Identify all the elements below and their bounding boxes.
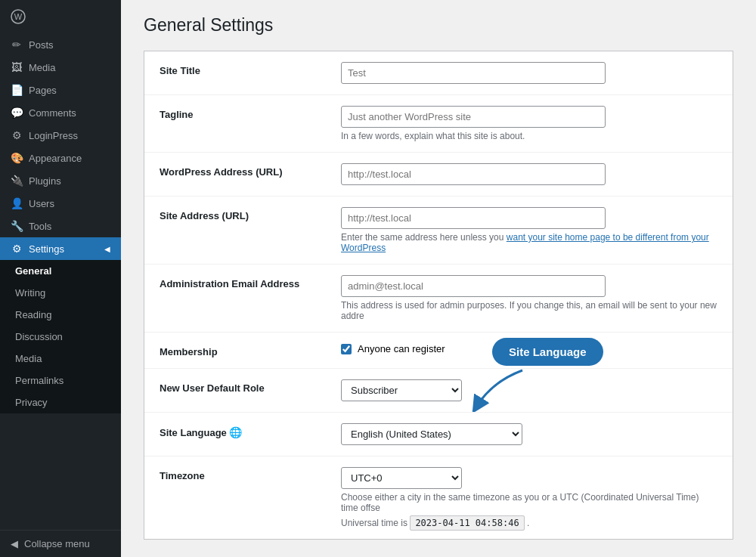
- pages-icon: 📄: [11, 84, 23, 96]
- page-title: General Settings: [144, 15, 733, 36]
- membership-label: Membership: [160, 343, 326, 357]
- submenu-item-general[interactable]: General: [0, 260, 121, 282]
- new-user-role-row: New User Default Role Subscriber Contrib…: [144, 369, 733, 413]
- timezone-field: UTC+0 UTC-5 UTC+1 UTC+5:30 Choose either…: [341, 467, 717, 528]
- timezone-desc: Choose either a city in the same timezon…: [341, 492, 717, 513]
- new-user-role-label: New User Default Role: [160, 379, 326, 394]
- submenu-item-privacy[interactable]: Privacy: [0, 391, 121, 413]
- wp-address-row: WordPress Address (URL): [144, 153, 733, 196]
- tools-icon: 🔧: [11, 220, 23, 232]
- arrow-indicator: ◀: [104, 245, 110, 253]
- site-address-row: Site Address (URL) Enter the same addres…: [144, 196, 733, 265]
- tagline-field: In a few words, explain what this site i…: [341, 106, 717, 141]
- settings-form: Site Title Tagline In a few words, expla…: [144, 51, 733, 540]
- admin-email-input[interactable]: [341, 275, 606, 297]
- admin-email-desc: This address is used for admin purposes.…: [341, 300, 717, 321]
- loginpress-icon: ⚙: [11, 129, 23, 141]
- admin-email-label: Administration Email Address: [160, 275, 326, 289]
- site-language-icon: 🌐: [229, 426, 242, 438]
- timezone-label: Timezone: [160, 467, 326, 481]
- plugins-icon: 🔌: [11, 175, 23, 187]
- sidebar-item-tools[interactable]: 🔧 Tools: [0, 215, 121, 237]
- appearance-icon: 🎨: [11, 152, 23, 164]
- sidebar-item-settings[interactable]: ⚙ Settings ◀: [0, 237, 121, 260]
- submenu-item-writing[interactable]: Writing: [0, 282, 121, 304]
- site-language-annotation: Site Language: [492, 338, 603, 366]
- timezone-row: Timezone UTC+0 UTC-5 UTC+1 UTC+5:30 Choo…: [144, 456, 733, 539]
- new-user-role-field: Subscriber Contributor Author Editor Adm…: [341, 379, 717, 401]
- universal-time-row: Universal time is 2023-04-11 04:58:46 .: [341, 518, 717, 528]
- sidebar-item-appearance[interactable]: 🎨 Appearance: [0, 147, 121, 169]
- posts-icon: ✏: [11, 39, 23, 51]
- sidebar-item-users[interactable]: 👤 Users: [0, 192, 121, 215]
- site-title-input[interactable]: [341, 62, 606, 84]
- tagline-desc: In a few words, explain what this site i…: [341, 131, 717, 141]
- tagline-label: Tagline: [160, 106, 326, 120]
- site-title-label: Site Title: [160, 62, 326, 76]
- sidebar-item-loginpress[interactable]: ⚙ LoginPress: [0, 124, 121, 147]
- wp-logo: W: [0, 0, 121, 33]
- admin-email-field: This address is used for admin purposes.…: [341, 275, 717, 321]
- membership-checkbox[interactable]: [341, 344, 352, 354]
- annotation-arrow: [469, 367, 538, 412]
- media-icon: 🖼: [11, 61, 23, 73]
- site-language-row: Site Language 🌐 English (United States) …: [144, 413, 733, 456]
- submenu-item-reading[interactable]: Reading: [0, 304, 121, 326]
- main-content: General Settings Site Title Tagline In a…: [121, 0, 756, 557]
- site-address-field: Enter the same address here unless you w…: [341, 207, 717, 253]
- site-address-desc: Enter the same address here unless you w…: [341, 232, 717, 253]
- site-language-label: Site Language 🌐: [160, 423, 326, 438]
- sidebar-item-plugins[interactable]: 🔌 Plugins: [0, 169, 121, 192]
- site-address-label: Site Address (URL): [160, 207, 326, 221]
- utc-time-badge: 2023-04-11 04:58:46: [410, 515, 524, 531]
- wp-address-input[interactable]: [341, 163, 606, 185]
- tagline-row: Tagline In a few words, explain what thi…: [144, 95, 733, 153]
- site-address-input[interactable]: [341, 207, 606, 229]
- users-icon: 👤: [11, 197, 23, 209]
- sidebar-item-posts[interactable]: ✏ Posts: [0, 33, 121, 56]
- sidebar-item-comments[interactable]: 💬 Comments: [0, 101, 121, 124]
- admin-email-row: Administration Email Address This addres…: [144, 265, 733, 333]
- site-title-field: [341, 62, 717, 84]
- sidebar: W ✏ Posts 🖼 Media 📄 Pages 💬 Comments ⚙ L…: [0, 0, 121, 557]
- settings-submenu: General Writing Reading Discussion Media…: [0, 260, 121, 413]
- site-title-row: Site Title: [144, 51, 733, 95]
- submenu-item-media[interactable]: Media: [0, 348, 121, 370]
- wp-address-label: WordPress Address (URL): [160, 163, 326, 178]
- sidebar-item-pages[interactable]: 📄 Pages: [0, 79, 121, 101]
- svg-text:W: W: [14, 12, 23, 21]
- membership-checkbox-label: Anyone can register: [358, 343, 445, 354]
- comments-icon: 💬: [11, 107, 23, 119]
- collapse-menu-button[interactable]: ◀ Collapse menu: [0, 530, 121, 557]
- collapse-icon: ◀: [11, 538, 18, 549]
- submenu-item-permalinks[interactable]: Permalinks: [0, 370, 121, 391]
- submenu-item-discussion[interactable]: Discussion: [0, 326, 121, 348]
- membership-row: Membership Anyone can register: [144, 333, 733, 369]
- sidebar-item-media[interactable]: 🖼 Media: [0, 56, 121, 79]
- wp-address-field: [341, 163, 717, 185]
- timezone-select[interactable]: UTC+0 UTC-5 UTC+1 UTC+5:30: [341, 467, 462, 489]
- settings-icon: ⚙: [11, 243, 23, 255]
- tagline-input[interactable]: [341, 106, 606, 128]
- new-user-role-select[interactable]: Subscriber Contributor Author Editor Adm…: [341, 379, 462, 401]
- annotation-bubble: Site Language: [492, 338, 603, 366]
- site-language-select[interactable]: English (United States) English (UK) Fra…: [341, 423, 522, 445]
- site-language-field: English (United States) English (UK) Fra…: [341, 423, 717, 445]
